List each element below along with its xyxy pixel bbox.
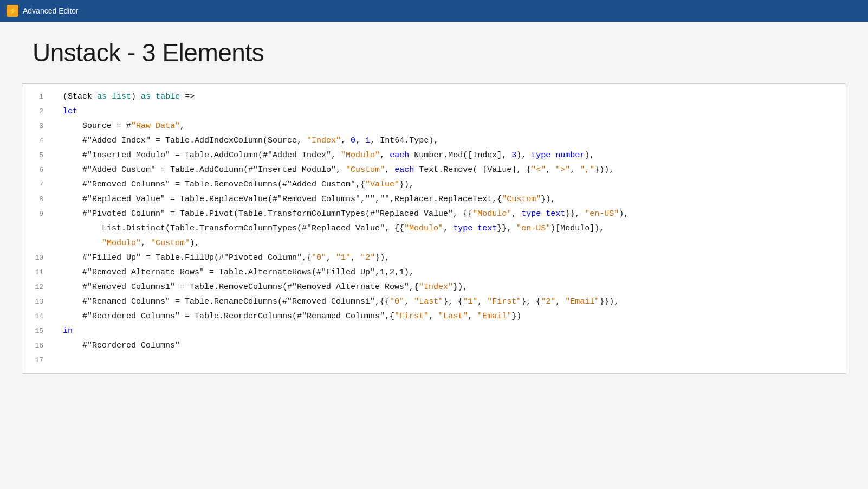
code-line-9a: #"Pivoted Column" = Table.Pivot(Table.Tr… [63,207,835,221]
code-line-16: #"Reordered Columns" [63,338,835,353]
line-numbers: 1 2 3 4 5 6 7 8 9 10 11 12 13 14 15 16 1… [22,89,52,368]
app-icon: ⚡ [7,5,18,17]
app-title: Advanced Editor [23,7,79,15]
main-content: Unstack - 3 Elements 1 2 3 4 5 6 7 8 9 1… [0,22,868,489]
code-line-11: #"Removed Alternate Rows" = Table.Altern… [63,265,835,280]
code-line-1: (Stack as list) as table => [63,89,835,104]
code-line-10: #"Filled Up" = Table.FillUp(#"Pivoted Co… [63,250,835,265]
code-line-2: let [63,104,835,119]
code-line-4: #"Added Index" = Table.AddIndexColumn(So… [63,133,835,148]
code-line-8: #"Replaced Value" = Table.ReplaceValue(#… [63,192,835,207]
code-line-6: #"Added Custom" = Table.AddColumn(#"Inse… [63,163,835,177]
code-line-7: #"Removed Columns" = Table.RemoveColumns… [63,177,835,192]
title-bar: ⚡ Advanced Editor [0,0,868,22]
editor-container[interactable]: 1 2 3 4 5 6 7 8 9 10 11 12 13 14 15 16 1… [22,83,846,374]
code-line-14: #"Reordered Columns" = Table.ReorderColu… [63,309,835,324]
code-line-9c: "Modulo", "Custom"), [63,236,835,250]
code-line-13: #"Renamed Columns" = Table.RenameColumns… [63,294,835,309]
code-line-3: Source = #"Raw Data", [63,119,835,133]
page-title: Unstack - 3 Elements [0,38,868,67]
code-line-17 [63,353,835,368]
code-line-12: #"Removed Columns1" = Table.RemoveColumn… [63,280,835,294]
code-line-15: in [63,324,835,338]
code-line-5: #"Inserted Modulo" = Table.AddColumn(#"A… [63,148,835,163]
code-editor[interactable]: (Stack as list) as table => let Source =… [52,89,846,368]
code-line-9b: List.Distinct(Table.TransformColumnTypes… [63,221,835,236]
